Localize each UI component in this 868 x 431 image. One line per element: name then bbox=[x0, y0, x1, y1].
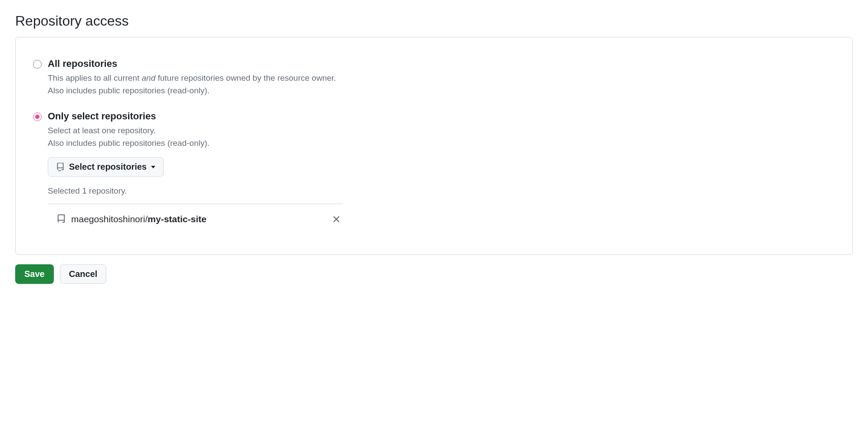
desc-text: Also includes public repositories (read-… bbox=[48, 86, 210, 95]
desc-em: and bbox=[142, 73, 156, 82]
remove-repo-button[interactable] bbox=[330, 213, 343, 226]
repository-access-panel: All repositories This applies to all cur… bbox=[15, 37, 853, 255]
radio-desc-select: Select at least one repository. Also inc… bbox=[48, 125, 835, 149]
form-actions: Save Cancel bbox=[15, 264, 853, 284]
desc-text: future repositories owned by the resourc… bbox=[155, 73, 336, 82]
cancel-button[interactable]: Cancel bbox=[60, 264, 107, 284]
select-repositories-button[interactable]: Select repositories bbox=[48, 157, 164, 177]
divider bbox=[48, 204, 343, 204]
caret-down-icon bbox=[151, 166, 155, 168]
repo-icon bbox=[56, 163, 65, 171]
section-title: Repository access bbox=[15, 13, 853, 29]
repo-icon bbox=[56, 214, 66, 224]
selected-repo-list: maegoshitoshinori/my-static-site bbox=[48, 204, 835, 228]
access-radio-group: All repositories This applies to all cur… bbox=[33, 58, 835, 228]
desc-text: Also includes public repositories (read-… bbox=[48, 138, 210, 148]
selected-repo-item: maegoshitoshinori/my-static-site bbox=[48, 210, 343, 228]
radio-option-select-repos[interactable]: Only select repositories Select at least… bbox=[33, 111, 835, 228]
repo-name: my-static-site bbox=[148, 214, 206, 224]
radio-body-select: Only select repositories Select at least… bbox=[48, 111, 835, 228]
radio-input-all[interactable] bbox=[33, 60, 42, 69]
radio-input-select[interactable] bbox=[33, 112, 42, 121]
radio-body-all: All repositories This applies to all cur… bbox=[48, 58, 835, 97]
radio-label-select: Only select repositories bbox=[48, 111, 835, 122]
save-button[interactable]: Save bbox=[15, 264, 54, 284]
desc-text: This applies to all current bbox=[48, 73, 142, 82]
close-icon bbox=[332, 215, 340, 223]
select-repositories-label: Select repositories bbox=[69, 162, 147, 172]
desc-text: Select at least one repository. bbox=[48, 126, 156, 135]
repo-owner: maegoshitoshinori bbox=[71, 214, 145, 224]
repo-full-name: maegoshitoshinori/my-static-site bbox=[71, 214, 207, 224]
radio-desc-all: This applies to all current and future r… bbox=[48, 72, 835, 97]
radio-label-all: All repositories bbox=[48, 58, 835, 69]
radio-option-all-repos[interactable]: All repositories This applies to all cur… bbox=[33, 58, 835, 97]
selected-summary: Selected 1 repository. bbox=[48, 186, 835, 196]
